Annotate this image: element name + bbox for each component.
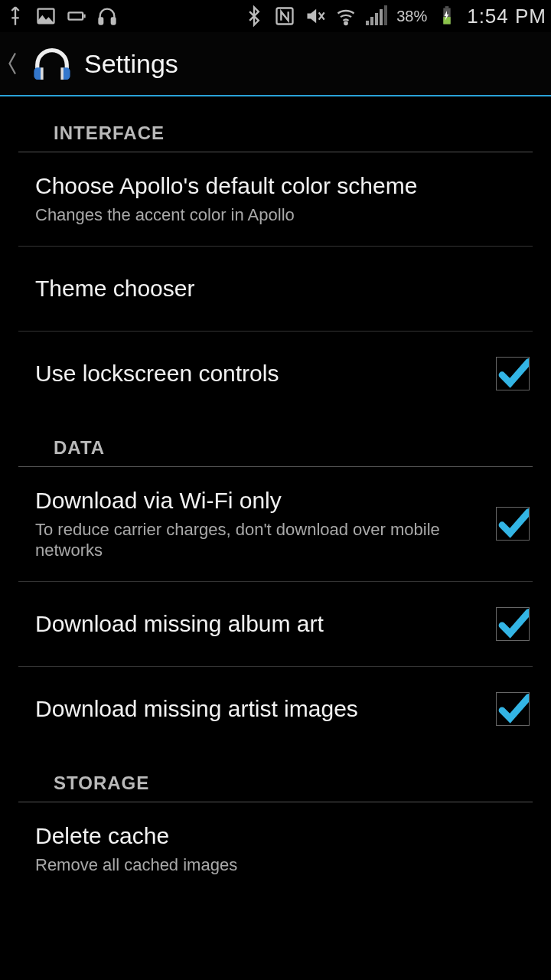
status-bar: 38% 1:54 PM (0, 0, 551, 32)
pref-title: Theme chooser (35, 275, 514, 302)
pref-title: Download missing artist images (35, 695, 481, 723)
action-bar[interactable]: Settings (0, 32, 551, 96)
svg-rect-2 (83, 15, 85, 18)
pref-sub: Remove all cached images (35, 854, 514, 876)
pref-theme-chooser[interactable]: Theme chooser (0, 247, 551, 331)
pref-artist-images[interactable]: Download missing artist images (0, 667, 551, 751)
svg-rect-3 (99, 18, 103, 24)
page-title: Settings (84, 49, 178, 79)
section-header-storage: STORAGE (18, 751, 533, 802)
battery-icon (66, 5, 87, 27)
pref-lockscreen-controls[interactable]: Use lockscreen controls (0, 332, 551, 416)
svg-rect-8 (444, 17, 451, 24)
svg-rect-4 (112, 18, 116, 24)
clock: 1:54 PM (467, 5, 546, 28)
nfc-icon (274, 5, 295, 27)
pref-title: Download via Wi-Fi only (35, 487, 481, 514)
app-headphones-icon[interactable] (31, 42, 73, 85)
svg-rect-10 (41, 67, 44, 80)
svg-point-6 (344, 22, 347, 25)
pref-wifi-only[interactable]: Download via Wi-Fi only To reduce carrie… (0, 467, 551, 581)
pref-sub: Changes the accent color in Apollo (35, 204, 514, 226)
svg-rect-9 (445, 6, 449, 8)
picture-icon (35, 5, 57, 27)
pref-sub: To reduce carrier charges, don't downloa… (35, 519, 481, 561)
bluetooth-icon (243, 5, 265, 27)
svg-rect-1 (69, 12, 83, 19)
section-header-interface: INTERFACE (18, 96, 533, 152)
pref-color-scheme[interactable]: Choose Apollo's default color scheme Cha… (0, 152, 551, 246)
checkbox-wifi-only[interactable] (496, 507, 530, 541)
pref-album-art[interactable]: Download missing album art (0, 582, 551, 666)
battery-percent: 38% (396, 8, 427, 25)
battery-charging-icon (436, 5, 458, 27)
signal-icon (366, 5, 387, 27)
wifi-icon (335, 5, 357, 27)
pref-delete-cache[interactable]: Delete cache Remove all cached images (0, 802, 551, 896)
headphones-icon (96, 5, 118, 27)
pref-title: Use lockscreen controls (35, 360, 481, 387)
checkbox-album-art[interactable] (496, 607, 530, 641)
checkbox-artist-images[interactable] (496, 692, 530, 726)
back-icon[interactable] (6, 48, 20, 79)
svg-rect-11 (60, 67, 64, 80)
pref-title: Choose Apollo's default color scheme (35, 172, 514, 200)
settings-list: INTERFACE Choose Apollo's default color … (0, 96, 551, 980)
usb-icon (5, 5, 26, 27)
mute-icon (305, 5, 326, 27)
section-header-data: DATA (18, 416, 533, 467)
checkbox-lockscreen[interactable] (496, 357, 530, 390)
pref-title: Download missing album art (35, 610, 481, 638)
pref-title: Delete cache (35, 822, 514, 850)
